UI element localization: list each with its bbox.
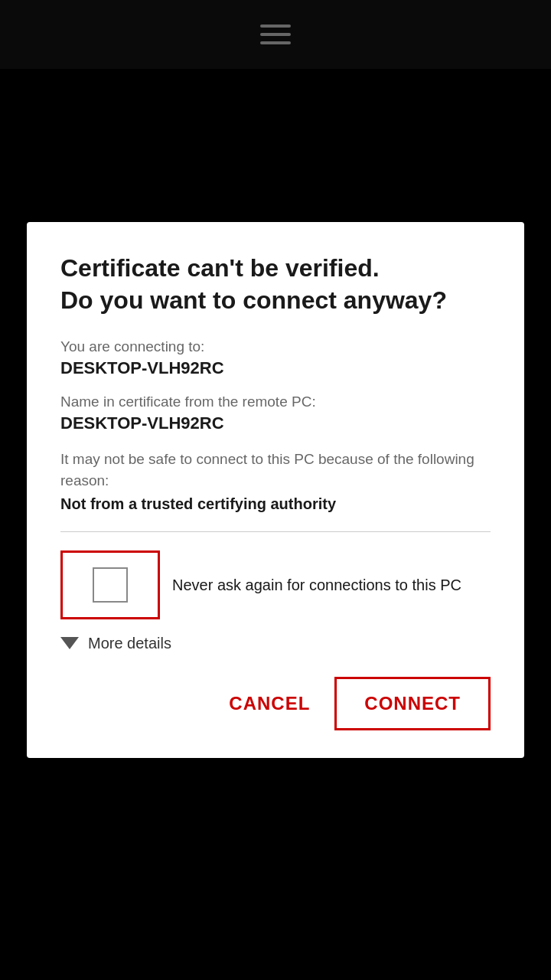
never-ask-checkbox[interactable] [93, 567, 128, 603]
divider [60, 531, 491, 532]
checkbox-highlight [60, 550, 160, 619]
cert-name-label: Name in certificate from the remote PC: [60, 394, 491, 410]
dialog-title: Certificate can't be verified. Do you wa… [60, 253, 491, 316]
dialog-overlay: Certificate can't be verified. Do you wa… [0, 0, 551, 980]
cert-name-value: DESKTOP-VLH92RC [60, 413, 491, 433]
more-details-row[interactable]: More details [60, 635, 491, 652]
checkbox-row: Never ask again for connections to this … [60, 550, 491, 619]
cancel-button[interactable]: CANCEL [217, 685, 322, 722]
connecting-to-label: You are connecting to: [60, 338, 491, 355]
more-details-label: More details [88, 635, 171, 652]
connect-button[interactable]: CONNECT [334, 677, 491, 730]
warning-bold: Not from a trusted certifying authority [60, 495, 491, 513]
checkbox-label: Never ask again for connections to this … [172, 574, 461, 596]
button-row: CANCEL CONNECT [60, 677, 491, 730]
warning-text: It may not be safe to connect to this PC… [60, 449, 491, 492]
chevron-down-icon [60, 637, 79, 649]
certificate-dialog: Certificate can't be verified. Do you wa… [27, 222, 524, 757]
connecting-to-value: DESKTOP-VLH92RC [60, 358, 491, 378]
